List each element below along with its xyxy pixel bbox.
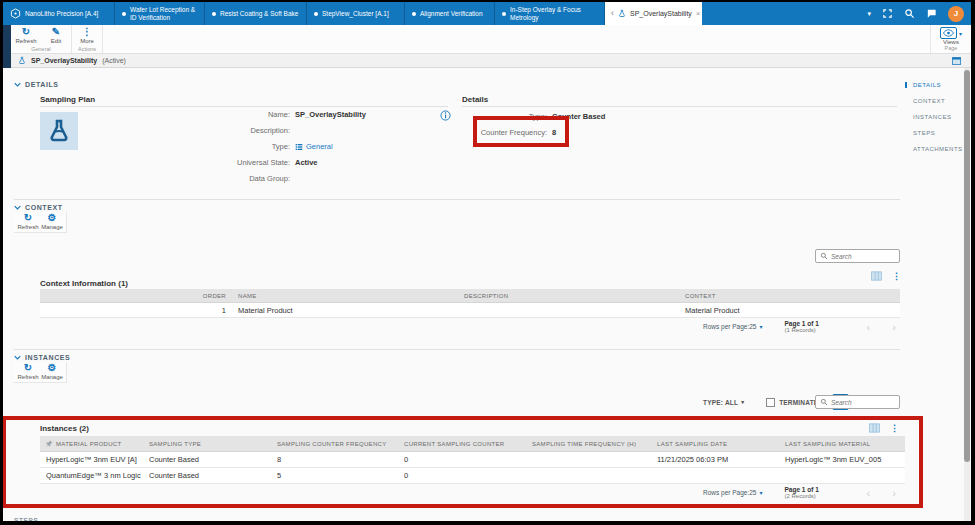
column-header[interactable]: CURRENT SAMPLING COUNTER [398, 441, 526, 447]
window-panel-icon[interactable] [952, 57, 961, 65]
search-icon[interactable] [904, 8, 915, 19]
column-header[interactable]: LAST SAMPLING DATE [651, 441, 779, 447]
nav-item-details[interactable]: DETAILS [905, 82, 969, 88]
columns-icon[interactable] [869, 423, 880, 433]
nav-item-attachments[interactable]: ATTACHMENTS [905, 146, 969, 152]
breadcrumb-status: (Active) [102, 57, 126, 64]
nav-item-instances[interactable]: INSTANCES [905, 114, 969, 120]
column-header[interactable]: SAMPLING TIME FREQUENCY (H) [526, 441, 651, 447]
cell-material-link[interactable]: QuantumEdge™ 3 nm Logic SoC Wafer (300 m… [40, 471, 143, 480]
gear-icon: ⚙ [48, 363, 57, 373]
field-details-type: Type: Counter Based [447, 112, 605, 121]
instances-table: MATERIAL PRODUCT SAMPLING TYPE SAMPLING … [40, 436, 905, 484]
table-row[interactable]: 1 Material Product Material Product [40, 303, 900, 318]
cell-material-link[interactable]: HyperLogic™ 3nm EUV [A] [40, 455, 143, 464]
next-page-icon[interactable]: › [892, 487, 896, 499]
section-header-context[interactable]: CONTEXT [14, 204, 63, 211]
cell-name: Material Product [232, 306, 458, 315]
user-avatar[interactable]: J [948, 6, 964, 22]
screen: NanoLitho Precision [A.4] Wafer Lot Rece… [0, 0, 975, 525]
table-menu-icon[interactable]: ⋮ [892, 272, 901, 281]
column-header[interactable]: MATERIAL PRODUCT [40, 440, 143, 447]
next-page-icon[interactable]: › [892, 321, 896, 333]
cell-sampling-type: Counter Based [143, 455, 271, 464]
refresh-button[interactable]: ↻ Refresh [11, 25, 41, 46]
tab-stepview-cluster[interactable]: StepView_Cluster [A.1] [307, 2, 405, 25]
chat-icon[interactable] [926, 8, 937, 19]
tab-label: In-Step Overlay & Focus Metrology [510, 6, 597, 22]
prev-page-icon[interactable]: ‹ [867, 321, 871, 333]
ribbon-group-actions: ⋮ More Actions [72, 25, 103, 53]
column-header[interactable]: SAMPLING TYPE [143, 441, 271, 447]
type-general-link[interactable]: General [295, 142, 333, 151]
section-header-instances[interactable]: INSTANCES [14, 354, 70, 361]
table-row[interactable]: QuantumEdge™ 3 nm Logic SoC Wafer (300 m… [40, 468, 905, 484]
instances-pagination: Rows per Page:25 ▾ Page 1 of 1 (2 Record… [703, 486, 905, 499]
nav-item-steps[interactable]: STEPS [905, 130, 969, 136]
chevron-down-icon[interactable]: ▾ [867, 10, 871, 18]
instances-search-input[interactable] [831, 399, 893, 406]
context-search-input[interactable] [831, 253, 893, 260]
more-button[interactable]: ⋮ More [72, 25, 102, 46]
list-icon [295, 143, 303, 151]
expand-icon[interactable] [882, 8, 893, 19]
more-label: More [80, 38, 94, 44]
scrollbar-thumb[interactable] [964, 70, 970, 462]
field-label: Name: [40, 110, 290, 119]
field-value-link[interactable]: General [306, 142, 333, 151]
columns-icon[interactable] [871, 271, 882, 281]
column-header[interactable]: ORDER [40, 293, 232, 299]
context-manage-button[interactable]: ⚙ Manage [40, 213, 64, 230]
chevron-down-icon [14, 205, 21, 210]
pencil-icon: ✎ [52, 27, 60, 37]
status-dot-icon [412, 12, 416, 16]
vertical-scrollbar[interactable] [964, 68, 970, 521]
rows-per-page-select[interactable]: Rows per Page:25 ▾ [703, 323, 763, 330]
context-refresh-button[interactable]: ↻ Refresh [16, 213, 40, 230]
tab-wafer-lot-reception[interactable]: Wafer Lot Reception & ID Verification [115, 2, 205, 25]
context-table: ORDER NAME DESCRIPTION CONTEXT 1 Materia… [40, 289, 900, 318]
column-header-label: MATERIAL PRODUCT [56, 441, 121, 447]
section-divider [14, 349, 900, 350]
tab-label: StepView_Cluster [A.1] [322, 10, 389, 18]
instances-search[interactable] [815, 395, 900, 409]
views-button[interactable]: ▾ [940, 27, 962, 39]
context-toolbar: ↻ Refresh ⚙ Manage [14, 212, 67, 233]
tab-nanolitho-precision[interactable]: NanoLitho Precision [A.4] [3, 2, 115, 25]
column-header[interactable]: SAMPLING COUNTER FREQUENCY [271, 441, 398, 447]
instances-refresh-button[interactable]: ↻ Refresh [16, 363, 40, 380]
field-data-group: Data Group: [40, 174, 295, 183]
rows-per-page-select[interactable]: Rows per Page:25 ▾ [703, 489, 763, 496]
field-label: Type: [447, 112, 547, 121]
tab-resist-coating[interactable]: Resist Coating & Soft Bake [205, 2, 307, 25]
tab-instep-overlay-metrology[interactable]: In-Step Overlay & Focus Metrology [495, 2, 605, 25]
column-header[interactable]: LAST SAMPLING MATERIAL [779, 441, 905, 447]
prev-page-icon[interactable]: ‹ [867, 487, 871, 499]
column-header[interactable]: DESCRIPTION [458, 293, 679, 299]
instances-table-icons: ⋮ [869, 423, 899, 433]
terminated-checkbox[interactable] [766, 398, 775, 407]
column-header[interactable]: CONTEXT [679, 293, 900, 299]
eye-icon [940, 27, 957, 39]
section-header-details[interactable]: DETAILS [14, 81, 59, 88]
section-title: DETAILS [25, 81, 59, 88]
edit-button[interactable]: ✎ Edit [41, 25, 71, 46]
chevron-down-icon: ▾ [741, 399, 744, 405]
flask-icon [18, 56, 26, 65]
main-content: DETAILS Sampling Plan Details Name: SP_O… [3, 68, 971, 521]
cell-counter-frequency: 8 [271, 455, 398, 464]
field-label: Universal State: [40, 158, 290, 167]
table-menu-icon[interactable]: ⋮ [890, 424, 899, 433]
context-search[interactable] [815, 249, 900, 263]
nav-item-context[interactable]: CONTEXT [905, 98, 969, 104]
column-header[interactable]: NAME [232, 293, 458, 299]
chevron-down-icon [14, 82, 21, 87]
back-chevron-icon[interactable]: ‹ [611, 9, 614, 18]
table-row[interactable]: HyperLogic™ 3nm EUV [A] Counter Based 8 … [40, 452, 905, 468]
tab-sp-overlaystability-active[interactable]: ‹ SP_OverlayStability × [605, 2, 702, 25]
type-filter-select[interactable]: TYPE: ALL ▾ [703, 399, 744, 406]
close-tab-icon[interactable]: × [696, 9, 701, 18]
instances-manage-button[interactable]: ⚙ Manage [40, 363, 64, 380]
ribbon-group-label: General [11, 46, 71, 53]
tab-alignment-verification[interactable]: Alignment Verification [405, 2, 495, 25]
